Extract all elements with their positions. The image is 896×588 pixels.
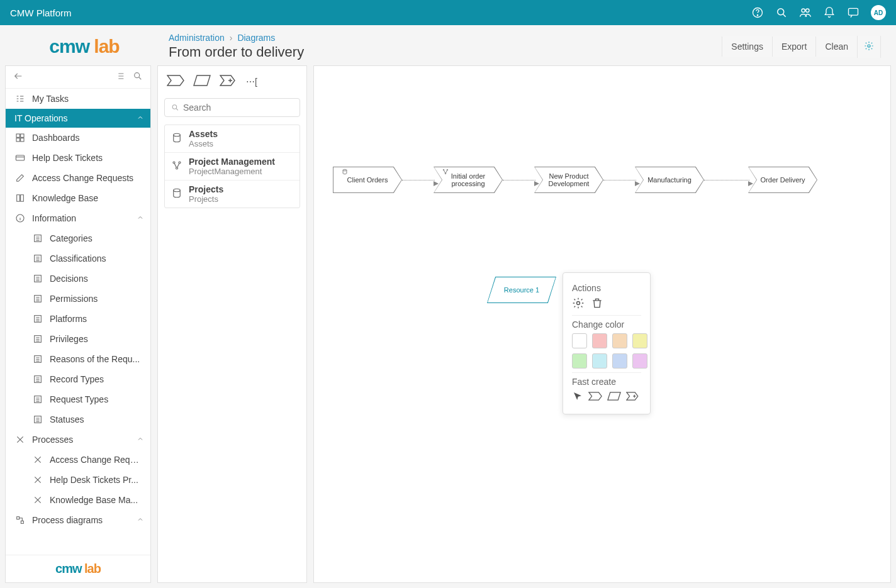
- add-chevron-shape-icon[interactable]: [220, 75, 237, 88]
- parallelogram-shape-icon[interactable]: [607, 392, 621, 402]
- add-shape-icon[interactable]: [626, 392, 640, 402]
- svg-rect-9: [21, 134, 24, 137]
- svg-point-36: [577, 302, 580, 305]
- diagram-canvas[interactable]: Client OrdersInitial order processingNew…: [313, 65, 891, 583]
- sidebar-item-label: Record Types: [50, 374, 142, 384]
- color-swatch[interactable]: [612, 353, 627, 369]
- pointer-icon[interactable]: [572, 391, 583, 404]
- sidebar-item[interactable]: Process diagrams: [6, 510, 150, 530]
- sidebar-item-label: Categories: [50, 233, 142, 243]
- color-swatch[interactable]: [592, 353, 607, 369]
- chat-icon[interactable]: [847, 6, 860, 19]
- header-actions: Settings Export Clean: [722, 36, 881, 58]
- parallelogram-shape-icon[interactable]: [193, 75, 211, 88]
- sidebar-item[interactable]: IT Operations: [6, 109, 150, 128]
- gear-icon[interactable]: [572, 297, 585, 311]
- sidebar-item[interactable]: Classifications: [6, 248, 150, 269]
- svg-point-31: [174, 189, 181, 192]
- sidebar-item-label: Knowledge Base: [32, 193, 142, 203]
- sidebar-item[interactable]: Reasons of the Requ...: [6, 349, 150, 369]
- sidebar-item[interactable]: My Tasks: [6, 89, 150, 109]
- collapse-icon[interactable]: [13, 71, 23, 83]
- more-shapes-icon[interactable]: ⋯[: [246, 77, 257, 87]
- fast-create-label: Fast create: [572, 377, 641, 387]
- sidebar-item-label: Help Desk Tickets Pr...: [50, 475, 142, 485]
- sidebar-item-label: Decisions: [50, 274, 142, 284]
- diagram-node[interactable]: New Product Development: [534, 167, 603, 193]
- sidebar-item[interactable]: Help Desk Tickets: [6, 148, 150, 168]
- svg-point-7: [135, 73, 140, 78]
- sidebar-item[interactable]: Record Types: [6, 369, 150, 389]
- list-icon: [32, 233, 43, 244]
- color-swatch[interactable]: [572, 333, 587, 348]
- sidebar-item[interactable]: Statuses: [6, 409, 150, 430]
- diagram-node[interactable]: Initial order processing: [434, 167, 503, 193]
- sidebar-item[interactable]: Knowledge Base Ma...: [6, 490, 150, 510]
- sidebar-item[interactable]: Processes: [6, 430, 150, 450]
- chevron-shape-icon[interactable]: [588, 392, 602, 402]
- asset-item[interactable]: AssetsAssets: [165, 125, 300, 153]
- sidebar-item[interactable]: Request Types: [6, 389, 150, 409]
- sidebar-toolbar: [6, 66, 150, 89]
- sidebar-item[interactable]: Help Desk Tickets Pr...: [6, 470, 150, 490]
- svg-rect-8: [16, 134, 20, 137]
- sidebar-item[interactable]: Privileges: [6, 329, 150, 349]
- color-swatch[interactable]: [612, 333, 627, 348]
- process-icon: [32, 474, 43, 485]
- help-icon[interactable]: [751, 6, 764, 19]
- color-swatch[interactable]: [632, 353, 647, 369]
- color-swatch[interactable]: [572, 353, 587, 369]
- diagram-node[interactable]: Manufacturing: [635, 167, 704, 193]
- app-title: CMW Platform: [10, 8, 72, 18]
- sidebar-item-label: IT Operations: [14, 113, 142, 123]
- nav-list[interactable]: My TasksIT OperationsDashboardsHelp Desk…: [6, 89, 150, 555]
- asset-subtitle: Projects: [189, 194, 223, 204]
- gear-icon[interactable]: [857, 36, 881, 58]
- list-icon: [32, 313, 43, 325]
- topbar: CMW Platform AD: [0, 0, 896, 25]
- chevron-up-icon: [137, 435, 144, 445]
- diagram-node[interactable]: Order Delivery: [748, 167, 817, 193]
- sidebar-item[interactable]: Access Change Requests: [6, 168, 150, 188]
- bell-icon[interactable]: [823, 6, 836, 19]
- sidebar-item[interactable]: Access Change Requ...: [6, 450, 150, 470]
- palette-search[interactable]: [164, 98, 300, 117]
- sidebar-item[interactable]: Platforms: [6, 309, 150, 329]
- search-icon[interactable]: [133, 71, 143, 83]
- search-icon[interactable]: [775, 6, 788, 19]
- breadcrumb-diagrams[interactable]: Diagrams: [237, 33, 275, 43]
- svg-point-33: [443, 169, 444, 170]
- sidebar-item-label: Process diagrams: [32, 515, 142, 525]
- sidebar-item[interactable]: Information: [6, 208, 150, 228]
- sidebar-item[interactable]: Decisions: [6, 269, 150, 289]
- sidebar-item[interactable]: Categories: [6, 228, 150, 248]
- chevron-shape-icon[interactable]: [167, 75, 184, 88]
- asset-item[interactable]: ProjectsProjects: [165, 180, 300, 208]
- trash-icon[interactable]: [591, 297, 603, 311]
- svg-rect-5: [849, 8, 858, 15]
- chevron-up-icon: [137, 113, 144, 123]
- list-icon[interactable]: [115, 71, 125, 83]
- resource-node[interactable]: Resource 1: [487, 277, 556, 303]
- export-button[interactable]: Export: [772, 36, 815, 57]
- node-label: Order Delivery: [749, 167, 817, 192]
- settings-button[interactable]: Settings: [722, 36, 772, 57]
- sidebar-item[interactable]: Dashboards: [6, 128, 150, 148]
- sidebar-item-label: Information: [32, 213, 142, 223]
- list-icon: [32, 414, 43, 425]
- sidebar-item[interactable]: Knowledge Base: [6, 188, 150, 208]
- color-swatch[interactable]: [632, 333, 647, 348]
- sidebar-item[interactable]: Permissions: [6, 289, 150, 309]
- asset-item[interactable]: Project ManagementProjectManagement: [165, 153, 300, 180]
- breadcrumb-admin[interactable]: Administration: [169, 33, 225, 43]
- users-icon[interactable]: [799, 6, 812, 19]
- connector: [704, 180, 749, 180]
- search-input[interactable]: [183, 103, 293, 113]
- edit-icon: [14, 172, 26, 184]
- diagram-node[interactable]: Client Orders: [333, 167, 402, 193]
- color-swatch[interactable]: [592, 333, 607, 348]
- book-icon: [14, 192, 26, 204]
- sidebar-item-label: Access Change Requests: [32, 173, 142, 183]
- avatar[interactable]: AD: [871, 5, 886, 20]
- clean-button[interactable]: Clean: [815, 36, 857, 57]
